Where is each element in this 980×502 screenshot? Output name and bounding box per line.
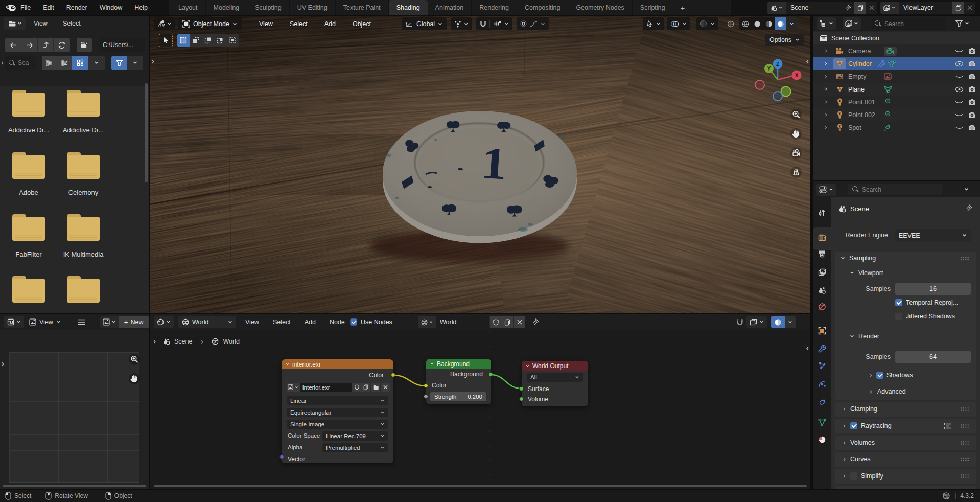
svg-text:X: X xyxy=(795,73,799,78)
svg-text:Z: Z xyxy=(776,61,779,67)
svg-text:Y: Y xyxy=(767,66,771,72)
svg-text:1: 1 xyxy=(479,138,508,189)
